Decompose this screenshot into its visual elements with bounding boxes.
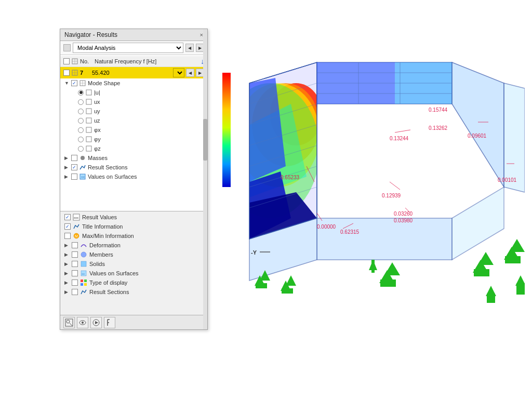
mode-shape-expand-icon: ▼	[64, 81, 70, 86]
svg-rect-62	[516, 283, 525, 295]
values-surfaces-icon: xx	[79, 173, 86, 180]
analysis-dropdown[interactable]: Modal Analysis	[73, 43, 183, 53]
header-checkbox[interactable]	[63, 58, 70, 64]
freq-icon	[71, 69, 78, 76]
mode-ux-row[interactable]: ux	[60, 97, 207, 107]
header-icon	[71, 58, 78, 65]
svg-rect-11	[86, 109, 91, 114]
mode-uz-row[interactable]: uz	[60, 116, 207, 125]
result-sections-checkbox[interactable]	[71, 164, 77, 170]
tool-btn-4[interactable]	[104, 317, 115, 328]
right-top-plate	[452, 62, 504, 187]
mode-phix-row[interactable]: φx	[60, 125, 207, 135]
mode-uy-row[interactable]: uy	[60, 107, 207, 116]
masses-label: Masses	[88, 155, 108, 161]
mode-phiz-row[interactable]: φz	[60, 144, 207, 153]
label-v3: 0.62315	[340, 229, 360, 235]
solids-label: Solids	[89, 261, 105, 267]
masses-expand-icon: ▶	[64, 155, 70, 161]
mode-u-abs-row[interactable]: |u|	[60, 88, 207, 97]
uy-radio[interactable]	[78, 109, 84, 114]
result-values-icon: xxx	[73, 214, 80, 221]
freq-checkbox[interactable]	[63, 70, 70, 76]
type-display-checkbox[interactable]	[72, 280, 78, 286]
dropdown-row: Modal Analysis ◀ ▶	[60, 41, 207, 55]
right-side	[504, 83, 525, 192]
maxmin-info-checkbox[interactable]	[64, 233, 71, 239]
deformation-row[interactable]: ▶ Deformation	[60, 241, 207, 250]
phiy-radio[interactable]	[78, 137, 84, 142]
title-info-row[interactable]: Title Information	[60, 222, 207, 231]
result-values-row[interactable]: xxx Result Values	[60, 212, 207, 222]
freq-dropdown[interactable]	[173, 68, 184, 77]
svg-marker-64	[369, 260, 377, 270]
panel-titlebar: Navigator - Results ×	[60, 29, 207, 41]
tool-btn-3[interactable]	[90, 317, 102, 328]
mode-shape-checkbox[interactable]	[71, 80, 77, 86]
frequency-row[interactable]: 7 55.420 ◀ ▶	[60, 67, 207, 78]
tool-btn-2[interactable]	[77, 317, 88, 328]
type-display-expand-icon: ▶	[64, 280, 70, 285]
support-2	[281, 275, 296, 294]
members-row[interactable]: ▶ Members	[60, 250, 207, 259]
result-sections-label: Result Sections	[88, 164, 127, 170]
panel-title: Navigator - Results	[64, 31, 117, 38]
result-sections-row[interactable]: ▶ Result Sections	[60, 163, 207, 172]
svg-line-33	[70, 323, 72, 326]
u-abs-icon	[85, 89, 92, 96]
solids-row[interactable]: ▶ Solids	[60, 259, 207, 269]
bottom-values-surfaces-checkbox[interactable]	[72, 270, 78, 276]
masses-row[interactable]: ▶ Masses	[60, 153, 207, 163]
bottom-values-surfaces-icon: xx	[80, 270, 87, 277]
tool-btn-1[interactable]	[63, 317, 75, 328]
svg-rect-14	[86, 137, 91, 142]
values-surfaces-row[interactable]: ▶ xx Values on Surfaces	[60, 172, 207, 181]
svg-rect-30	[84, 283, 87, 286]
members-checkbox[interactable]	[72, 251, 78, 258]
uz-radio[interactable]	[78, 118, 84, 124]
mode-phiy-row[interactable]: φy	[60, 135, 207, 144]
values-surfaces-checkbox[interactable]	[71, 174, 77, 180]
phiy-icon	[85, 136, 92, 143]
svg-rect-29	[81, 283, 83, 286]
svg-rect-9	[86, 90, 91, 95]
label-v8: 0.13244	[390, 136, 409, 141]
prev-arrow-button[interactable]: ◀	[185, 44, 194, 52]
svg-rect-15	[86, 146, 91, 151]
uy-icon	[85, 108, 92, 115]
label-v5: 0.03260	[394, 211, 413, 217]
bottom-result-sections-checkbox[interactable]	[72, 289, 78, 295]
masses-checkbox[interactable]	[71, 155, 77, 161]
tree-header: No. Natural Frequency f [Hz] ↓	[60, 56, 207, 67]
values-surfaces-label: Values on Surfaces	[88, 174, 137, 180]
phiz-radio[interactable]	[78, 146, 84, 152]
type-display-label: Type of display	[89, 280, 127, 286]
right-bottom	[452, 187, 504, 260]
svg-rect-55	[474, 269, 489, 276]
u-abs-radio[interactable]	[78, 90, 84, 96]
result-sections-icon	[79, 164, 86, 171]
ux-radio[interactable]	[78, 99, 84, 105]
type-display-row[interactable]: ▶ Type of display	[60, 278, 207, 287]
title-info-checkbox[interactable]	[64, 223, 71, 230]
svg-rect-49	[282, 288, 293, 294]
uz-label: uz	[94, 117, 100, 124]
col1-header: No.	[80, 58, 93, 64]
solids-checkbox[interactable]	[72, 261, 78, 267]
phiz-label: φz	[94, 145, 101, 152]
result-values-checkbox[interactable]	[64, 214, 71, 220]
bottom-result-sections-icon	[80, 288, 87, 296]
masses-icon	[79, 154, 86, 162]
svg-rect-57	[487, 294, 495, 303]
scrollbar-thumb[interactable]	[203, 119, 207, 161]
bottom-values-surfaces-expand-icon: ▶	[64, 271, 70, 276]
bottom-result-sections-row[interactable]: ▶ Result Sections	[60, 287, 207, 297]
bottom-values-surfaces-row[interactable]: ▶ xx Values on Surfaces	[60, 269, 207, 278]
deformation-checkbox[interactable]	[72, 242, 78, 248]
type-display-icon	[80, 279, 87, 286]
phix-radio[interactable]	[78, 127, 84, 133]
freq-prev-button[interactable]: ◀	[186, 69, 194, 77]
maxmin-info-row[interactable]: M Max/Min Information	[60, 231, 207, 241]
phiy-label: φy	[94, 136, 101, 142]
mode-shape-row[interactable]: ▼ Mode Shape	[60, 78, 207, 88]
